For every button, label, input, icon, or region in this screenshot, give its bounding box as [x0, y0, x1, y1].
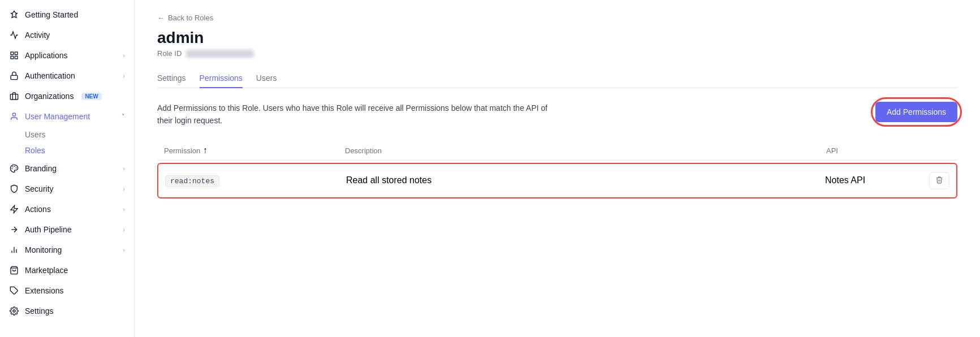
svg-point-8 [16, 168, 16, 168]
svg-rect-3 [15, 56, 18, 59]
description-col-label: Description [345, 146, 382, 155]
sidebar-item-label: Monitoring [25, 245, 62, 254]
tab-permissions-label: Permissions [200, 74, 243, 83]
tab-users-label: Users [256, 74, 277, 83]
table-row: read:notes Read all stored notes Notes A… [158, 164, 956, 197]
activity-icon [9, 30, 19, 40]
sidebar-sub-item-roles[interactable]: Roles [0, 142, 134, 158]
arrow-right-icon [9, 224, 19, 235]
permission-code-value: read:notes [165, 175, 219, 187]
table-header: Permission ↑ Description API [157, 141, 957, 161]
palette-icon [9, 163, 19, 174]
chevron-icon: › [123, 247, 125, 253]
permissions-description: Add Permissions to this Role. Users who … [157, 102, 553, 127]
sidebar-item-label: Branding [25, 164, 57, 173]
svg-marker-11 [11, 205, 18, 213]
sidebar: Getting Started Activity Applications › … [0, 0, 135, 337]
role-id-label: Role ID [157, 49, 182, 58]
sidebar-item-label: Getting Started [25, 10, 78, 19]
sidebar-item-applications[interactable]: Applications › [0, 45, 134, 66]
shop-icon [9, 265, 19, 275]
chevron-icon: › [123, 72, 125, 79]
svg-rect-2 [11, 56, 14, 59]
sidebar-item-label: Activity [25, 31, 50, 40]
lock-icon [9, 71, 19, 81]
sidebar-item-activity[interactable]: Activity [0, 25, 134, 45]
chevron-icon: › [123, 185, 125, 192]
building-icon [9, 91, 19, 101]
api-cell: Notes API [825, 175, 916, 185]
main-content: ← Back to Roles admin Role ID Settings P… [135, 0, 980, 337]
sidebar-item-authentication[interactable]: Authentication › [0, 66, 134, 86]
sidebar-item-actions[interactable]: Actions › [0, 199, 134, 219]
chevron-icon: › [123, 165, 125, 172]
sidebar-item-getting-started[interactable]: Getting Started [0, 5, 134, 25]
new-badge: NEW [81, 93, 101, 100]
sidebar-item-label: Actions [25, 205, 51, 214]
sub-item-label: Users [25, 130, 46, 139]
sidebar-item-auth-pipeline[interactable]: Auth Pipeline › [0, 219, 134, 240]
sidebar-item-label: User Management [25, 112, 90, 121]
role-name-title: admin [157, 29, 957, 47]
sidebar-item-label: Security [25, 184, 54, 193]
sidebar-item-security[interactable]: Security › [0, 179, 134, 199]
action-cell [916, 172, 949, 189]
sidebar-item-label: Marketplace [25, 266, 68, 275]
sidebar-item-organizations[interactable]: Organizations NEW [0, 86, 134, 106]
sidebar-item-branding[interactable]: Branding › [0, 158, 134, 179]
sidebar-item-settings[interactable]: Settings [0, 301, 134, 321]
gear-icon [9, 306, 19, 316]
svg-rect-5 [10, 94, 18, 100]
description-value: Read all stored notes [346, 175, 431, 185]
delete-permission-button[interactable] [929, 172, 949, 189]
back-label: Back to Roles [168, 14, 213, 22]
api-value: Notes API [825, 175, 865, 185]
add-permissions-wrapper: Add Permissions [875, 102, 957, 122]
permission-cell: read:notes [165, 175, 346, 185]
shield-icon [9, 184, 19, 194]
table-row-highlighted: read:notes Read all stored notes Notes A… [157, 163, 957, 198]
sidebar-item-label: Auth Pipeline [25, 225, 72, 234]
role-id-value [186, 50, 254, 58]
svg-point-6 [12, 113, 15, 116]
sidebar-item-label: Settings [25, 306, 54, 316]
permissions-header: Add Permissions to this Role. Users who … [157, 102, 957, 127]
tab-permissions[interactable]: Permissions [200, 69, 243, 88]
api-col-label: API [826, 146, 838, 155]
svg-point-18 [13, 310, 15, 312]
sidebar-item-label: Organizations [25, 92, 74, 101]
back-to-roles-link[interactable]: ← Back to Roles [157, 14, 957, 22]
sidebar-item-extensions[interactable]: Extensions [0, 280, 134, 301]
col-permission-header: Permission ↑ [164, 145, 345, 155]
sidebar-item-monitoring[interactable]: Monitoring › [0, 240, 134, 260]
sidebar-sub-item-users[interactable]: Users [0, 127, 134, 142]
sidebar-item-marketplace[interactable]: Marketplace [0, 260, 134, 280]
svg-rect-0 [11, 52, 14, 55]
sort-icon[interactable]: ↑ [203, 145, 208, 155]
tab-settings-label: Settings [157, 74, 186, 83]
tab-settings[interactable]: Settings [157, 69, 186, 88]
tabs-container: Settings Permissions Users [157, 69, 957, 88]
col-api-header: API [826, 145, 917, 155]
lightning-icon [9, 204, 19, 214]
svg-rect-4 [11, 75, 18, 79]
role-id-row: Role ID [157, 49, 957, 58]
permission-col-label: Permission [164, 146, 200, 155]
chart-bar-icon [9, 245, 19, 255]
grid-icon [9, 50, 19, 61]
svg-point-7 [15, 166, 15, 167]
chevron-icon: › [123, 52, 125, 59]
svg-point-9 [12, 167, 13, 167]
add-permissions-button[interactable]: Add Permissions [875, 102, 957, 122]
svg-point-10 [12, 168, 12, 169]
sidebar-item-user-management[interactable]: User Management ˅ [0, 106, 134, 127]
sidebar-item-label: Extensions [25, 286, 63, 295]
user-icon [9, 111, 19, 122]
sub-item-label: Roles [25, 146, 45, 155]
description-cell: Read all stored notes [346, 175, 825, 185]
trash-icon [935, 176, 943, 184]
svg-rect-1 [15, 52, 18, 55]
puzzle-icon [9, 286, 19, 296]
sidebar-item-label: Applications [25, 51, 68, 60]
tab-users[interactable]: Users [256, 69, 277, 88]
